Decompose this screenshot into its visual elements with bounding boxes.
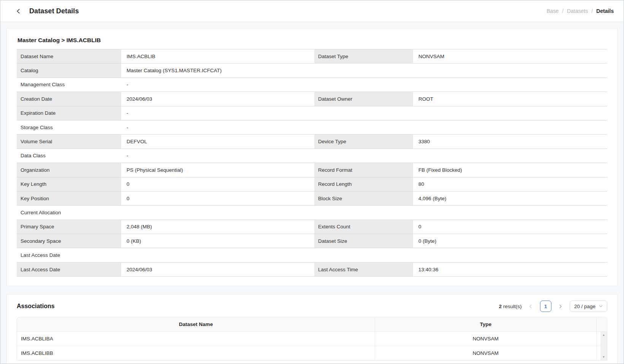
association-dataset-name: IMS.ACBLIBA bbox=[17, 332, 375, 346]
field-value: 0 (KB) bbox=[121, 234, 314, 248]
associations-title: Associations bbox=[17, 303, 55, 310]
field-value: ROOT bbox=[413, 92, 607, 106]
field-value: 4,096 (Byte) bbox=[413, 191, 607, 205]
details-row: Key Position 0 Block Size 4,096 (Byte) bbox=[17, 191, 607, 206]
details-section-row: Current Allocation bbox=[17, 206, 607, 220]
associations-card: Associations 2 result(s) 1 20 / page bbox=[6, 294, 618, 364]
field-value: 2024/06/03 bbox=[121, 263, 314, 276]
breadcrumb-separator: / bbox=[562, 8, 564, 14]
page-size-select[interactable]: 20 / page bbox=[570, 301, 607, 312]
catalog-path-title: Master Catalog > IMS.ACBLIB bbox=[17, 35, 607, 49]
field-label: Block Size bbox=[314, 191, 413, 205]
associations-table: Dataset Name Type IMS.ACBLIBA NONVSAM IM… bbox=[17, 317, 607, 361]
scroll-down-icon[interactable]: ▼ bbox=[602, 356, 605, 359]
field-label: Dataset Size bbox=[314, 234, 413, 248]
details-row: Last Access Date 2024/06/03 Last Access … bbox=[17, 263, 607, 277]
field-value: 2,048 (MB) bbox=[121, 220, 314, 234]
field-label: Record Length bbox=[314, 177, 413, 191]
chevron-left-icon bbox=[16, 8, 21, 14]
column-header-dataset-name: Dataset Name bbox=[17, 317, 375, 331]
scroll-up-icon[interactable]: ▲ bbox=[602, 334, 605, 337]
details-row: Management Class - bbox=[17, 78, 607, 92]
field-value: Master Catalog (SYS1.MASTER.ICFCAT) bbox=[121, 63, 607, 77]
breadcrumb-item-details: Details bbox=[596, 8, 614, 14]
details-section-row: Last Access Date bbox=[17, 248, 607, 262]
breadcrumb-item-base[interactable]: Base bbox=[546, 8, 559, 14]
field-label: Dataset Name bbox=[17, 49, 121, 63]
breadcrumb-item-datasets[interactable]: Datasets bbox=[567, 8, 588, 14]
details-row: Organization PS (Physical Sequential) Re… bbox=[17, 163, 607, 177]
result-count-suffix: result(s) bbox=[502, 304, 522, 309]
vertical-scrollbar[interactable]: ▲ ▼ bbox=[600, 332, 607, 360]
page-size-value: 20 / page bbox=[574, 304, 595, 309]
field-label: Creation Date bbox=[17, 92, 121, 106]
field-label: Data Class bbox=[17, 149, 121, 163]
field-label: Dataset Owner bbox=[314, 92, 413, 106]
table-row[interactable]: IMS.ACBLIBA NONVSAM bbox=[17, 331, 607, 346]
details-row: Catalog Master Catalog (SYS1.MASTER.ICFC… bbox=[17, 63, 607, 78]
associations-table-header: Dataset Name Type bbox=[17, 317, 607, 331]
association-type: NONVSAM bbox=[375, 332, 596, 346]
section-label: Current Allocation bbox=[17, 206, 607, 219]
field-value: 2024/06/03 bbox=[121, 92, 314, 106]
field-value: 80 bbox=[413, 177, 607, 191]
breadcrumb-separator: / bbox=[591, 8, 593, 14]
field-value: - bbox=[121, 120, 607, 134]
app-window: Dataset Details Base / Datasets / Detail… bbox=[0, 0, 624, 364]
details-row: Secondary Space 0 (KB) Dataset Size 0 (B… bbox=[17, 234, 607, 248]
field-label: Primary Space bbox=[17, 220, 121, 234]
pagination-page-1-button[interactable]: 1 bbox=[540, 301, 551, 312]
field-label: Device Type bbox=[314, 135, 413, 148]
top-bar: Dataset Details Base / Datasets / Detail… bbox=[0, 0, 624, 22]
field-value: - bbox=[121, 78, 607, 92]
pagination-prev-button[interactable] bbox=[527, 302, 535, 310]
field-label: Storage Class bbox=[17, 120, 121, 134]
field-label: Last Access Time bbox=[314, 263, 413, 276]
chevron-down-icon bbox=[599, 305, 603, 308]
details-row: Storage Class - bbox=[17, 120, 607, 135]
association-type: NONVSAM bbox=[375, 346, 596, 360]
field-value: DEFVOL bbox=[121, 135, 314, 148]
field-value: 3380 bbox=[413, 135, 607, 148]
column-header-type: Type bbox=[375, 317, 596, 331]
details-card: Master Catalog > IMS.ACBLIB Dataset Name… bbox=[6, 28, 618, 286]
page-title: Dataset Details bbox=[29, 7, 79, 15]
field-value: 0 bbox=[413, 220, 607, 234]
details-row: Data Class - bbox=[17, 149, 607, 163]
result-count: 2 result(s) bbox=[499, 304, 522, 309]
breadcrumb: Base / Datasets / Details bbox=[546, 8, 614, 14]
field-value: 0 bbox=[121, 191, 314, 205]
field-label: Management Class bbox=[17, 78, 121, 92]
details-row: Volume Serial DEFVOL Device Type 3380 bbox=[17, 135, 607, 149]
field-value: - bbox=[121, 106, 607, 120]
pagination-next-button[interactable] bbox=[556, 302, 565, 310]
details-row: Expiration Date - bbox=[17, 106, 607, 120]
associations-header: Associations 2 result(s) 1 20 / page bbox=[17, 301, 607, 312]
field-label: Expiration Date bbox=[17, 106, 121, 120]
section-label: Last Access Date bbox=[17, 248, 607, 262]
field-label: Extents Count bbox=[314, 220, 413, 234]
field-value: 13:40:36 bbox=[413, 263, 607, 276]
field-value: NONVSAM bbox=[413, 49, 607, 63]
details-row: Dataset Name IMS.ACBLIB Dataset Type NON… bbox=[17, 49, 607, 63]
field-value: FB (Fixed Blocked) bbox=[413, 163, 607, 177]
field-label: Organization bbox=[17, 163, 121, 177]
pagination: 2 result(s) 1 20 / page bbox=[499, 301, 607, 312]
details-table: Dataset Name IMS.ACBLIB Dataset Type NON… bbox=[17, 49, 607, 277]
back-button[interactable] bbox=[13, 6, 23, 16]
details-row: Primary Space 2,048 (MB) Extents Count 0 bbox=[17, 220, 607, 234]
details-row: Key Length 0 Record Length 80 bbox=[17, 177, 607, 191]
field-value: 0 bbox=[121, 177, 314, 191]
field-value: PS (Physical Sequential) bbox=[121, 163, 314, 177]
chevron-right-icon bbox=[558, 304, 562, 309]
association-dataset-name: IMS.ACBLIBB bbox=[17, 346, 375, 360]
chevron-left-icon bbox=[529, 304, 533, 309]
field-label: Last Access Date bbox=[17, 263, 121, 276]
field-label: Key Length bbox=[17, 177, 121, 191]
field-label: Catalog bbox=[17, 63, 121, 77]
field-value: - bbox=[121, 149, 607, 163]
field-label: Dataset Type bbox=[314, 49, 413, 63]
table-row[interactable]: IMS.ACBLIBB NONVSAM bbox=[17, 346, 607, 360]
field-value: IMS.ACBLIB bbox=[121, 49, 314, 63]
field-label: Volume Serial bbox=[17, 135, 121, 148]
